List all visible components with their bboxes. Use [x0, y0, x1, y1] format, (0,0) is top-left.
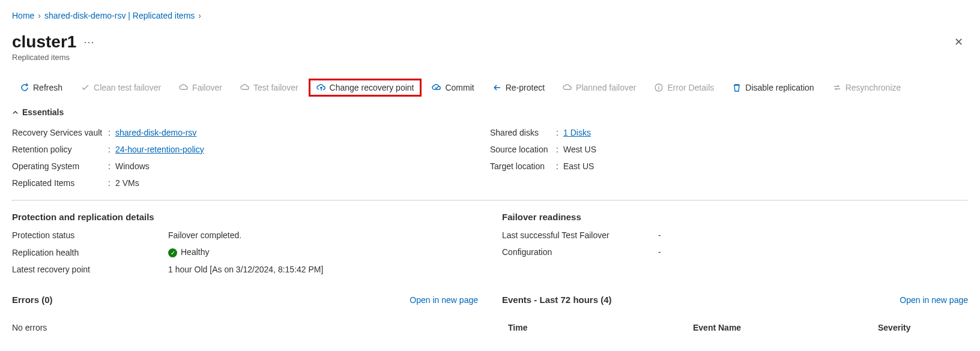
- cloud-check-icon: [432, 83, 441, 92]
- healthy-icon: ✓: [168, 248, 177, 257]
- breadcrumb-home[interactable]: Home: [12, 11, 34, 20]
- target-location-value: East US: [563, 161, 594, 171]
- cloud-icon: [240, 83, 250, 92]
- errors-heading: Errors (0): [12, 295, 53, 305]
- divider: [12, 200, 968, 201]
- os-label: Operating System: [12, 161, 108, 171]
- source-location-value: West US: [563, 145, 596, 154]
- commit-button[interactable]: Commit: [424, 79, 482, 97]
- col-severity: Severity: [878, 323, 968, 332]
- refresh-label: Refresh: [33, 83, 62, 92]
- no-errors-text: No errors: [12, 323, 478, 332]
- latest-rp-value: 1 hour Old [As on 3/12/2024, 8:15:42 PM]: [168, 265, 323, 274]
- shared-disks-label: Shared disks: [490, 128, 556, 137]
- col-event-name: Event Name: [693, 323, 878, 332]
- chevron-up-icon: [12, 109, 19, 116]
- protection-status-value: Failover completed.: [168, 230, 241, 240]
- more-actions-button[interactable]: ···: [83, 36, 94, 49]
- command-bar: Refresh Clean test failover Failover Tes…: [12, 79, 968, 97]
- planned-failover-button: Planned failover: [555, 79, 644, 97]
- planned-label: Planned failover: [576, 83, 636, 92]
- commit-label: Commit: [445, 83, 474, 92]
- resynchronize-button: Resynchronize: [824, 79, 909, 97]
- essentials-panel: Recovery Services vault : shared-disk-de…: [12, 124, 968, 191]
- change-recovery-point-button[interactable]: Change recovery point: [309, 79, 422, 97]
- failover-readiness-heading: Failover readiness: [502, 212, 968, 222]
- info-icon: [654, 83, 664, 92]
- failover-button: Failover: [171, 79, 230, 97]
- protection-heading: Protection and replication details: [12, 212, 478, 222]
- essentials-label: Essentials: [22, 107, 64, 117]
- os-value: Windows: [115, 161, 150, 171]
- disable-replication-button[interactable]: Disable replication: [724, 79, 821, 97]
- reprotect-label: Re-protect: [506, 83, 545, 92]
- shared-disks-link[interactable]: 1 Disks: [563, 128, 591, 137]
- replicated-items-value: 2 VMs: [115, 178, 139, 188]
- change-rp-label: Change recovery point: [330, 83, 414, 92]
- resync-label: Resynchronize: [845, 83, 901, 92]
- refresh-button[interactable]: Refresh: [12, 79, 70, 97]
- configuration-label: Configuration: [502, 247, 658, 257]
- retention-label: Retention policy: [12, 145, 108, 154]
- test-failover-label: Test failover: [253, 83, 298, 92]
- retention-link[interactable]: 24-hour-retention-policy: [115, 145, 204, 154]
- events-open-link[interactable]: Open in new page: [900, 295, 968, 305]
- error-details-button: Error Details: [646, 79, 722, 97]
- chevron-right-icon: ›: [198, 11, 201, 20]
- events-table-header: Time Event Name Severity: [502, 323, 968, 332]
- page-subtitle: Replicated items: [12, 53, 968, 62]
- trash-icon: [732, 83, 742, 92]
- refresh-icon: [20, 83, 29, 92]
- cloud-icon: [179, 83, 189, 92]
- clean-test-failover-button: Clean test failover: [73, 79, 169, 97]
- breadcrumb-vault[interactable]: shared-disk-demo-rsv | Replicated items: [44, 11, 195, 20]
- cloud-icon: [563, 83, 572, 92]
- protection-status-label: Protection status: [12, 230, 168, 240]
- replication-health-label: Replication health: [12, 248, 168, 257]
- replicated-items-label: Replicated Items: [12, 178, 108, 188]
- col-time: Time: [502, 323, 693, 332]
- source-location-label: Source location: [490, 145, 556, 154]
- arrow-left-icon: [492, 83, 502, 92]
- events-heading: Events - Last 72 hours (4): [502, 295, 612, 305]
- target-location-label: Target location: [490, 161, 556, 171]
- test-failover-button: Test failover: [232, 79, 306, 97]
- configuration-value: -: [658, 247, 661, 257]
- close-button[interactable]: ✕: [949, 35, 968, 49]
- check-icon: [80, 83, 90, 92]
- last-test-failover-value: -: [658, 230, 661, 240]
- sync-icon: [832, 83, 842, 92]
- reprotect-button[interactable]: Re-protect: [485, 79, 552, 97]
- latest-rp-label: Latest recovery point: [12, 265, 168, 274]
- failover-label: Failover: [192, 83, 222, 92]
- page-title: cluster1: [12, 32, 76, 52]
- error-details-label: Error Details: [667, 83, 714, 92]
- rsv-link[interactable]: shared-disk-demo-rsv: [115, 128, 196, 137]
- breadcrumb: Home › shared-disk-demo-rsv | Replicated…: [12, 11, 968, 20]
- rsv-label: Recovery Services vault: [12, 128, 108, 137]
- essentials-toggle[interactable]: Essentials: [12, 107, 968, 117]
- cloud-up-icon: [316, 83, 326, 92]
- last-test-failover-label: Last successful Test Failover: [502, 230, 658, 240]
- disable-label: Disable replication: [745, 83, 814, 92]
- replication-health-value: ✓Healthy: [168, 247, 209, 257]
- clean-label: Clean test failover: [94, 83, 161, 92]
- errors-open-link[interactable]: Open in new page: [410, 295, 478, 305]
- chevron-right-icon: ›: [38, 11, 41, 20]
